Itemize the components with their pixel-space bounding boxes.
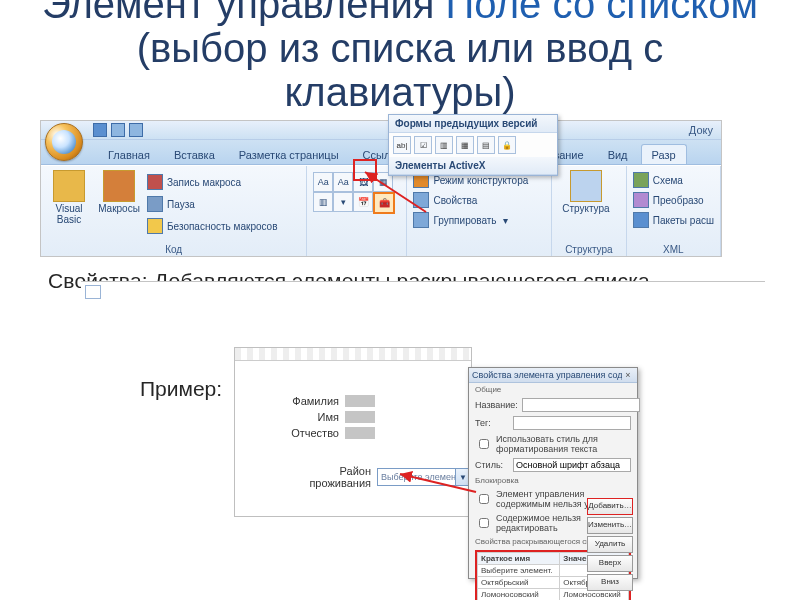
ribbon-body: Visual Basic Макросы Запись макроса Пауз…	[41, 165, 721, 256]
ribbon-screenshot: Доку Главная Вставка Разметка страницы С…	[40, 120, 722, 257]
group-structure-label: Структура	[552, 244, 626, 255]
macros-button[interactable]: Макросы	[97, 170, 141, 240]
tab-page-layout[interactable]: Разметка страницы	[228, 144, 350, 164]
content-control-properties-dialog: Свойства элемента управления содержимым …	[468, 367, 638, 579]
legacy-tools-dropdown: Формы предыдущих версий ab| ☑ ▥ ▦ ▤ 🔒 Эл…	[388, 114, 558, 176]
district-combobox[interactable]: Выберите элемент. ▼	[377, 468, 471, 486]
legacy-frame-icon[interactable]: ▦	[456, 136, 474, 154]
label-surname: Фамилия	[279, 395, 339, 407]
example-area: Фамилия Имя Отчество Район проживания Вы…	[234, 347, 638, 579]
combobox-placeholder: Выберите элемент.	[378, 472, 455, 482]
group-button[interactable]: Группировать▾	[413, 210, 545, 230]
structure-button[interactable]: Структура	[558, 170, 614, 215]
ctrl-datepicker[interactable]: 📅	[353, 192, 373, 212]
undo-icon[interactable]	[111, 123, 125, 137]
ctrl-combobox[interactable]: ▥	[313, 192, 333, 212]
section-lock: Блокировка	[469, 474, 637, 487]
visual-basic-button[interactable]: Visual Basic	[47, 170, 91, 240]
legacy-forms-section-title: Формы предыдущих версий	[389, 115, 557, 133]
list-buttons: Добавить… Изменить… Удалить Вверх Вниз	[587, 498, 633, 591]
title-post: (выбор из списка или ввод с клавиатуры)	[137, 26, 663, 114]
legacy-dropdown-icon[interactable]: ▥	[435, 136, 453, 154]
slide-title: Элемент управления Поле со списком (выбо…	[0, 0, 800, 114]
form-row-name: Имя	[279, 411, 471, 423]
ruler-area	[81, 281, 765, 302]
redo-icon[interactable]	[129, 123, 143, 137]
record-macro-button[interactable]: Запись макроса	[147, 172, 278, 192]
quick-access-toolbar: Доку	[41, 121, 721, 140]
activex-section-title: Элементы ActiveX	[389, 157, 557, 175]
form-row-district: Район проживания Выберите элемент. ▼	[279, 465, 471, 489]
highlight-box-gallery	[353, 159, 377, 181]
dialog-titlebar: Свойства элемента управления содержимым …	[469, 368, 637, 383]
legacy-reset-icon[interactable]: 🔒	[498, 136, 516, 154]
edit-button[interactable]: Изменить…	[587, 517, 633, 534]
legacy-shading-icon[interactable]: ▤	[477, 136, 495, 154]
field-patronymic[interactable]	[345, 427, 375, 439]
ribbon-tabs: Главная Вставка Разметка страницы Ссылки…	[41, 140, 721, 165]
input-title[interactable]	[522, 398, 640, 412]
tab-view[interactable]: Вид	[597, 144, 639, 164]
properties-button[interactable]: Свойства	[413, 190, 545, 210]
add-button[interactable]: Добавить…	[587, 498, 633, 515]
field-title: Название:	[469, 396, 637, 414]
col-shortname: Краткое имя	[478, 553, 560, 565]
transform-button[interactable]: Преобразо	[633, 190, 714, 210]
view-toggle-icon[interactable]	[85, 285, 101, 299]
example-ruler	[235, 348, 471, 361]
ctrl-richtext[interactable]: Aa	[313, 172, 333, 192]
tab-home[interactable]: Главная	[97, 144, 161, 164]
title-link: Поле со списком	[446, 0, 758, 26]
ctrl-legacy-tools[interactable]: 🧰	[373, 192, 395, 214]
group-structure: Структура Структура	[552, 166, 627, 256]
legacy-forms-row: ab| ☑ ▥ ▦ ▤ 🔒	[389, 133, 557, 157]
close-icon[interactable]: ×	[622, 370, 634, 380]
save-icon[interactable]	[93, 123, 107, 137]
up-button[interactable]: Вверх	[587, 555, 633, 572]
expansion-packs-button[interactable]: Пакеты расш	[633, 210, 714, 230]
delete-button[interactable]: Удалить	[587, 536, 633, 553]
title-pre: Элемент управления	[42, 0, 446, 26]
macro-security-button[interactable]: Безопасность макросов	[147, 216, 278, 236]
tab-developer[interactable]: Разр	[641, 144, 687, 164]
ctrl-plaintext[interactable]: Aa	[333, 172, 353, 192]
group-code: Visual Basic Макросы Запись макроса Пауз…	[41, 166, 307, 256]
example-document: Фамилия Имя Отчество Район проживания Вы…	[234, 347, 472, 517]
label-district: Район проживания	[279, 465, 371, 489]
group-controls-mode: Режим конструктора Свойства Группировать…	[407, 166, 552, 256]
input-style[interactable]	[513, 458, 631, 472]
group-xml-label: XML	[627, 244, 720, 255]
dialog-title: Свойства элемента управления содержимым	[472, 370, 622, 380]
checkbox-use-style[interactable]: Использовать стиль для форматирования те…	[469, 432, 637, 456]
section-general: Общие	[469, 383, 637, 396]
field-style: Стиль:	[469, 456, 637, 474]
legacy-textfield-icon[interactable]: ab|	[393, 136, 411, 154]
field-tag: Тег:	[469, 414, 637, 432]
pause-recording-button[interactable]: Пауза	[147, 194, 278, 214]
ctrl-dropdown[interactable]: ▾	[333, 192, 353, 212]
field-surname[interactable]	[345, 395, 375, 407]
down-button[interactable]: Вниз	[587, 574, 633, 591]
schema-button[interactable]: Схема	[633, 170, 714, 190]
example-label: Пример:	[140, 377, 222, 401]
group-xml: Схема Преобразо Пакеты расш XML	[627, 166, 721, 256]
group-code-label: Код	[41, 244, 306, 255]
form-row-patronymic: Отчество	[279, 427, 471, 439]
form-row-surname: Фамилия	[279, 395, 471, 407]
document-title-fragment: Доку	[689, 124, 717, 136]
office-button[interactable]	[45, 123, 83, 161]
input-tag[interactable]	[513, 416, 631, 430]
label-patronymic: Отчество	[279, 427, 339, 439]
legacy-checkbox-icon[interactable]: ☑	[414, 136, 432, 154]
label-name: Имя	[279, 411, 339, 423]
field-name[interactable]	[345, 411, 375, 423]
tab-insert[interactable]: Вставка	[163, 144, 226, 164]
